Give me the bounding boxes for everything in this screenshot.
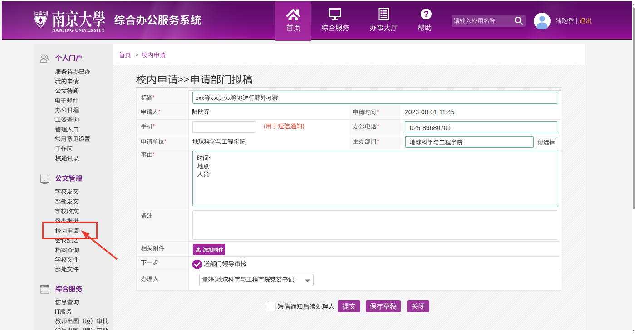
svg-text:?: ? [424, 10, 429, 19]
